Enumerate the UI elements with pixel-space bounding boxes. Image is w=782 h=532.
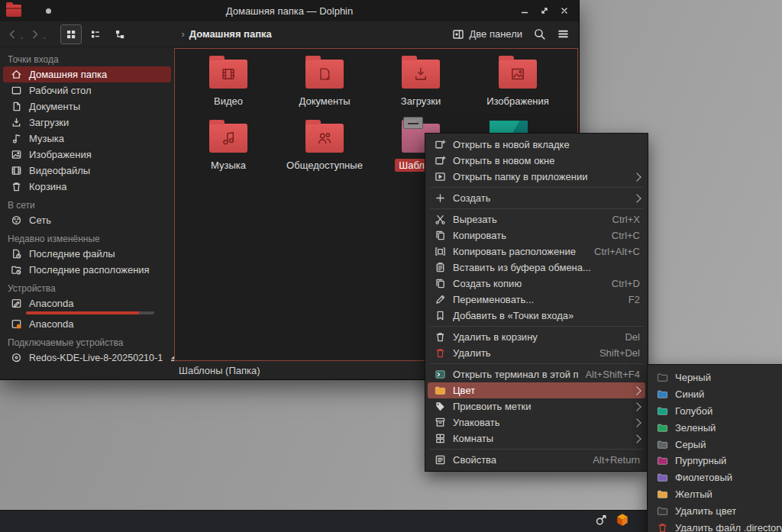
black-folder-icon (656, 372, 668, 384)
menu-item-duplicate[interactable]: Создать копию Ctrl+D (425, 276, 648, 292)
submenu-item-delete-directory-file[interactable]: Удалить файл .directory (648, 519, 782, 532)
view-tree-button[interactable] (109, 24, 131, 44)
recent-file-icon (11, 248, 23, 260)
split-view-label: Две панели (469, 28, 522, 40)
pencil-icon (434, 294, 446, 306)
new-tab-icon (434, 139, 446, 151)
activity-dot-icon (46, 8, 51, 14)
back-button[interactable]: ⌄ (6, 28, 24, 40)
archive-icon (434, 417, 446, 429)
menu-item-open-in-app[interactable]: Открыть папку в приложении (425, 169, 648, 185)
menu-item-open-terminal[interactable]: Открыть терминал в этой папке Alt+Shift+… (425, 366, 648, 382)
restore-button[interactable] (538, 4, 551, 18)
submenu-item-yellow[interactable]: Желтый (648, 486, 782, 503)
menu-item-delete[interactable]: Удалить Shift+Del (425, 345, 648, 361)
rooms-icon (434, 433, 446, 445)
selection-info: Шаблоны (Папка) (179, 365, 260, 376)
sidebar-item-videos[interactable]: Видеофайлы (3, 163, 171, 179)
section-header: Точки входа (0, 53, 174, 66)
menu-item-open-new-tab[interactable]: Открыть в новой вкладке (425, 137, 648, 153)
forward-dropdown-caret[interactable]: ⌄ (42, 34, 47, 40)
minimize-button[interactable] (518, 4, 532, 18)
search-icon[interactable] (533, 27, 546, 40)
submenu-item-violet[interactable]: Фиолетовый (648, 469, 782, 486)
close-button[interactable] (557, 4, 571, 18)
menu-item-open-new-window[interactable]: Открыть в новом окне (425, 153, 648, 169)
optical-disc-icon (11, 352, 23, 364)
duplicate-icon (434, 278, 446, 290)
plain-folder-icon (656, 505, 668, 517)
menu-item-rooms[interactable]: Комнаты (425, 430, 648, 447)
sidebar-item-network[interactable]: Сеть (3, 212, 171, 228)
window-title: Домашняя папка — Dolphin (0, 5, 579, 17)
breadcrumb-chevron-icon: › (181, 28, 184, 40)
green-folder-icon (656, 421, 668, 434)
view-icons-button[interactable] (60, 24, 82, 44)
folder-tile-public[interactable]: Общедоступные (283, 119, 367, 172)
folder-tile-documents[interactable]: Документы (283, 55, 367, 108)
deselect-minus-badge[interactable] (403, 117, 423, 129)
music-note-icon (11, 133, 23, 145)
folder-tile-video[interactable]: Видео (186, 55, 270, 108)
menu-separator (430, 208, 643, 209)
menu-item-paste[interactable]: Вставить из буфера обмена... (425, 260, 648, 276)
folder-tile-downloads[interactable]: Загрузки (379, 55, 463, 108)
submenu-item-magenta[interactable]: Пурпурный (648, 453, 782, 469)
package-cube-icon[interactable] (616, 513, 629, 527)
eject-icon[interactable] (169, 353, 174, 363)
forward-button[interactable]: ⌄ (29, 28, 47, 40)
menu-item-create-new[interactable]: Создать (425, 190, 648, 206)
submenu-item-gray[interactable]: Серый (648, 436, 782, 453)
submenu-item-green[interactable]: Зеленый (648, 419, 782, 436)
menu-item-add-to-places[interactable]: Добавить в «Точки входа» (425, 308, 648, 324)
sidebar-item-documents[interactable]: Документы (3, 98, 171, 114)
folder-tile-pictures[interactable]: Изображения (476, 55, 560, 108)
menu-separator (430, 449, 643, 450)
sidebar-item-pictures[interactable]: Изображения (3, 147, 171, 163)
back-dropdown-caret[interactable]: ⌄ (19, 34, 24, 40)
view-details-button[interactable] (85, 24, 106, 44)
menu-separator (430, 363, 643, 364)
violet-folder-icon (656, 472, 668, 484)
sidebar-item-device-anaconda-1[interactable]: Anaconda (3, 295, 171, 311)
share-tray-icon[interactable] (595, 514, 608, 527)
split-view-button[interactable]: Две панели (452, 28, 522, 40)
scissors-icon (434, 214, 446, 226)
menu-item-copy[interactable]: Копировать Ctrl+C (425, 227, 648, 243)
sidebar-item-recent-locations[interactable]: Последние расположения (3, 262, 171, 278)
folder-icon (209, 124, 247, 153)
section-header: В сети (0, 199, 174, 212)
menu-item-compress[interactable]: Упаковать (425, 414, 648, 430)
bookmark-add-icon (434, 310, 446, 322)
submenu-item-remove-color[interactable]: Удалить цвет (648, 502, 782, 519)
hamburger-menu-icon[interactable] (557, 27, 570, 40)
gray-folder-icon (656, 438, 668, 450)
sidebar-item-home[interactable]: Домашняя папка (3, 66, 171, 82)
blue-folder-icon (656, 389, 668, 401)
sidebar-item-downloads[interactable]: Загрузки (3, 114, 171, 131)
sidebar-item-device-anaconda-2[interactable]: Anaconda (3, 316, 171, 332)
menu-item-assign-tags[interactable]: Присвоить метки (425, 398, 648, 414)
folder-icon (499, 60, 537, 89)
menu-item-move-to-trash[interactable]: Удалить в корзину Del (425, 329, 648, 345)
sidebar-item-removable-redos[interactable]: Redos-KDE-Live-8-20250210-1 (3, 350, 171, 366)
submenu-item-blue[interactable]: Синий (648, 386, 782, 403)
sidebar-item-recent-files[interactable]: Последние файлы (3, 246, 171, 262)
menu-item-rename[interactable]: Переименовать... F2 (425, 292, 648, 308)
sidebar-item-desktop[interactable]: Рабочий стол (3, 82, 171, 98)
breadcrumb-root[interactable]: Домашняя папка (189, 28, 272, 40)
folder-icon (305, 124, 344, 153)
sidebar-item-music[interactable]: Музыка (3, 131, 171, 147)
menu-item-cut[interactable]: Вырезать Ctrl+X (425, 211, 648, 227)
sidebar-item-trash[interactable]: Корзина (3, 179, 171, 195)
submenu-item-black[interactable]: Черный (648, 369, 782, 386)
breadcrumb[interactable]: › Домашняя папка (181, 28, 271, 40)
folder-icon (402, 60, 440, 89)
menu-item-properties[interactable]: Свойства Alt+Return (425, 452, 648, 468)
submenu-item-cyan[interactable]: Голубой (648, 403, 782, 420)
menu-item-color[interactable]: Цвет (428, 382, 645, 398)
submenu-chevron-icon (632, 386, 641, 395)
titlebar[interactable]: Домашняя папка — Dolphin (0, 0, 579, 21)
folder-tile-music[interactable]: Музыка (186, 119, 270, 172)
menu-item-copy-location[interactable]: Копировать расположение Ctrl+Alt+C (425, 243, 648, 260)
